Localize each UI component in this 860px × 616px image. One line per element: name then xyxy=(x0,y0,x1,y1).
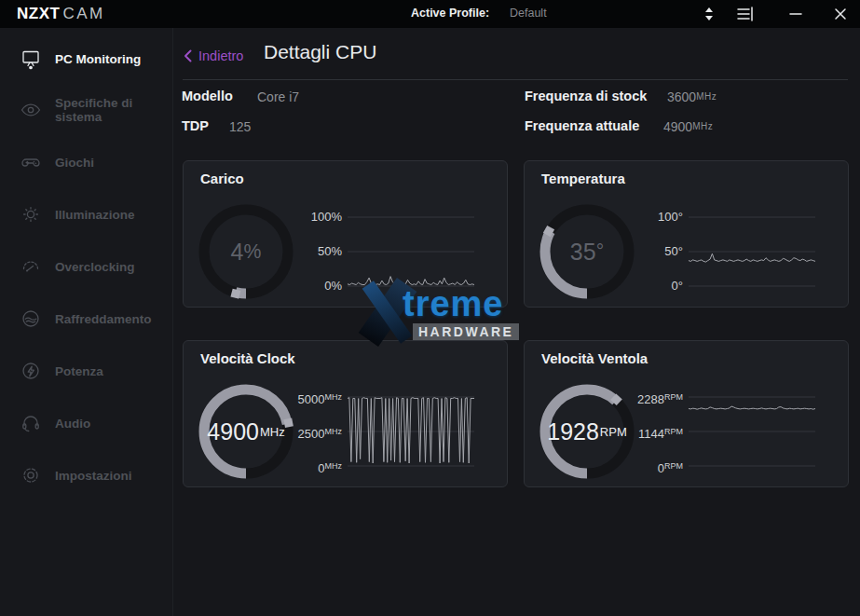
sidebar-item-label: Impostazioni xyxy=(55,469,132,483)
chevron-left-icon xyxy=(184,49,192,62)
close-button[interactable] xyxy=(830,5,851,23)
sidebar-item-label: Audio xyxy=(55,417,90,431)
monitor-icon xyxy=(20,48,42,70)
axis-tick-label: 0° xyxy=(562,278,683,294)
watermark-hardware-text: HARDWARE xyxy=(413,323,519,340)
panel-title: Velocità Ventola xyxy=(541,350,648,366)
panel-title: Velocità Clock xyxy=(200,350,295,366)
panel-carico: Carico4%100%50%0% xyxy=(183,160,508,308)
axis-tick-label: 0% xyxy=(221,278,342,294)
panel-title: Temperatura xyxy=(541,171,625,186)
sidebar-item-raffreddamento[interactable]: Raffreddamento xyxy=(0,293,172,345)
nzxt-cam-logo: NZXTCAM xyxy=(17,5,105,23)
sidebar-item-label: Giochi xyxy=(55,156,94,170)
info-value-modello: Core i7 xyxy=(257,89,299,104)
nzxt-cam-window: NZXTCAM Active Profile: Default PC Monit… xyxy=(0,0,860,616)
panel-title: Carico xyxy=(200,171,244,186)
sidebar-item-pc-monitoring[interactable]: PC Monitoring xyxy=(0,33,172,85)
axis-tick-label: 2500MHz xyxy=(221,423,342,440)
titlebar: NZXTCAM Active Profile: Default xyxy=(0,0,860,28)
sidebar-item-audio[interactable]: Audio xyxy=(0,397,172,449)
sidebar-item-label: Illuminazione xyxy=(55,208,135,222)
eye-icon xyxy=(20,99,42,121)
axis-tick-label: 1144RPM xyxy=(562,423,683,440)
sidebar-item-giochi[interactable]: Giochi xyxy=(0,136,172,188)
back-label: Indietro xyxy=(198,48,243,63)
power-icon xyxy=(20,360,42,382)
axis-tick-label: 5000MHz xyxy=(221,389,342,405)
sidebar-item-overclocking[interactable]: Overclocking xyxy=(0,240,172,293)
info-label-tdp: TDP xyxy=(182,118,209,133)
sidebar-item-label: Overclocking xyxy=(55,260,135,274)
active-profile-value[interactable]: Default xyxy=(510,7,547,20)
info-label-modello: Modello xyxy=(182,89,233,103)
gamepad-icon xyxy=(20,151,42,173)
axis-tick-label: 100% xyxy=(221,209,342,226)
axis-tick-label: 100° xyxy=(562,209,683,226)
sidebar-item-label: Specifiche di sistema xyxy=(55,96,172,124)
sun-icon xyxy=(20,203,42,226)
page-title: Dettagli CPU xyxy=(264,41,376,63)
info-label-freq-attuale: Frequenza attuale xyxy=(525,118,639,133)
sidebar: PC MonitoringSpecifiche di sistemaGiochi… xyxy=(0,28,173,616)
axis-tick-label: 0MHz xyxy=(221,458,342,474)
panel-temperatura: Temperatura35°100°50°0° xyxy=(524,160,849,308)
panel-velocit-clock: Velocità Clock4900MHz5000MHz2500MHz0MHz xyxy=(183,340,508,487)
info-label-freq-stock: Frequenza di stock xyxy=(525,89,647,103)
minimize-button[interactable] xyxy=(785,5,806,23)
sidebar-item-specifiche-di-sistema[interactable]: Specifiche di sistema xyxy=(0,84,172,136)
gear-icon xyxy=(20,464,42,486)
info-value-tdp: 125 xyxy=(229,119,251,134)
sidebar-item-impostazioni[interactable]: Impostazioni xyxy=(0,449,172,501)
info-value-freq-stock: 3600MHz xyxy=(667,89,717,104)
sidebar-item-label: Potenza xyxy=(55,364,103,378)
gauge-icon xyxy=(20,255,42,278)
axis-tick-label: 50° xyxy=(562,243,683,260)
headphones-icon xyxy=(20,412,42,434)
axis-tick-label: 2288RPM xyxy=(562,389,683,405)
back-button[interactable]: Indietro xyxy=(184,47,243,65)
sidebar-item-illuminazione[interactable]: Illuminazione xyxy=(0,188,172,240)
sidebar-item-potenza[interactable]: Potenza xyxy=(0,345,172,397)
profile-arrows-icon[interactable] xyxy=(699,5,719,23)
logo-cam: CAM xyxy=(62,5,104,22)
panel-velocit-ventola: Velocità Ventola1928RPM2288RPM1144RPM0RP… xyxy=(524,340,849,487)
header-divider xyxy=(183,79,848,80)
info-value-freq-attuale: 4900MHz xyxy=(663,119,713,134)
active-profile-label: Active Profile: xyxy=(411,7,489,20)
menu-lines-icon[interactable] xyxy=(735,5,756,23)
cooling-icon xyxy=(20,308,42,330)
sidebar-item-label: PC Monitoring xyxy=(55,52,141,66)
axis-tick-label: 0RPM xyxy=(562,458,683,474)
axis-tick-label: 50% xyxy=(221,243,342,260)
sidebar-item-label: Raffreddamento xyxy=(55,312,152,326)
logo-nzxt: NZXT xyxy=(17,5,60,22)
